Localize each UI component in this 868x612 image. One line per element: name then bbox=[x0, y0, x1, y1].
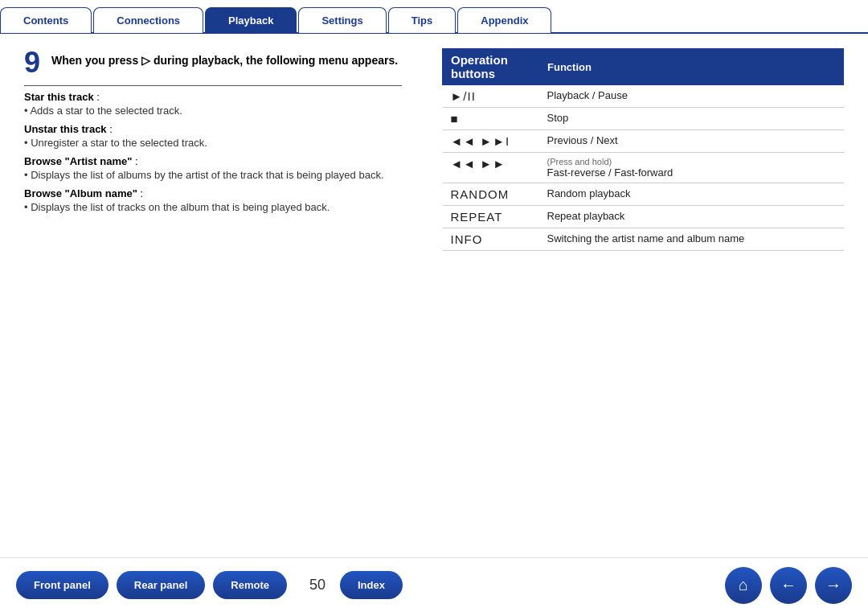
tab-tips[interactable]: Tips bbox=[388, 7, 457, 33]
top-nav: Contents Connections Playback Settings T… bbox=[0, 0, 868, 34]
operation-table: Operation buttons Function ►/IIPlayback … bbox=[442, 48, 844, 251]
table-row: ■Stop bbox=[443, 108, 844, 130]
item-title-unstar: Unstar this track bbox=[24, 123, 107, 135]
tab-settings[interactable]: Settings bbox=[298, 7, 386, 33]
button-cell: ◄◄ ►►I bbox=[443, 130, 539, 153]
table-row: RANDOMRandom playback bbox=[443, 183, 844, 206]
table-row: REPEATRepeat playback bbox=[443, 206, 844, 228]
function-cell: Previous / Next bbox=[539, 130, 844, 153]
button-cell: ►/II bbox=[443, 85, 539, 108]
rear-panel-button[interactable]: Rear panel bbox=[117, 571, 205, 599]
divider-1 bbox=[24, 85, 402, 86]
forward-button[interactable]: → bbox=[815, 567, 852, 604]
section-number: 9 bbox=[24, 48, 40, 77]
bottom-bar: Front panel Rear panel Remote 50 Index ⌂… bbox=[0, 557, 868, 612]
item-title-star: Star this track bbox=[24, 91, 94, 103]
front-panel-button[interactable]: Front panel bbox=[16, 571, 108, 599]
button-cell: REPEAT bbox=[443, 206, 539, 228]
col-header-button: Operation buttons bbox=[443, 49, 539, 85]
function-cell: Repeat playback bbox=[539, 206, 844, 228]
section-header: 9 When you press ▷ during playback, the … bbox=[24, 48, 402, 77]
home-button[interactable]: ⌂ bbox=[725, 567, 762, 604]
col-header-function: Function bbox=[539, 49, 844, 85]
list-item: Unstar this track : • Unregister a star … bbox=[24, 123, 402, 149]
item-body-album: • Displays the list of tracks on the alb… bbox=[24, 201, 402, 213]
function-cell: Random playback bbox=[539, 183, 844, 206]
button-cell: ◄◄ ►► bbox=[443, 153, 539, 183]
tab-connections[interactable]: Connections bbox=[93, 7, 203, 33]
tab-appendix[interactable]: Appendix bbox=[457, 7, 551, 33]
left-column: 9 When you press ▷ during playback, the … bbox=[24, 48, 418, 543]
function-cell: Playback / Pause bbox=[539, 85, 844, 108]
button-cell: INFO bbox=[443, 228, 539, 251]
function-cell: Stop bbox=[539, 108, 844, 130]
table-row: ◄◄ ►►(Press and hold)Fast-reverse / Fast… bbox=[443, 153, 844, 183]
main-content: 9 When you press ▷ during playback, the … bbox=[0, 34, 868, 543]
item-title-artist: Browse "Artist name" bbox=[24, 155, 132, 167]
table-row: ◄◄ ►►IPrevious / Next bbox=[443, 130, 844, 153]
item-body-star: • Adds a star to the selected track. bbox=[24, 105, 402, 117]
home-icon: ⌂ bbox=[739, 576, 748, 594]
remote-button[interactable]: Remote bbox=[213, 571, 287, 599]
list-item: Browse "Artist name" : • Displays the li… bbox=[24, 155, 402, 181]
tab-contents[interactable]: Contents bbox=[0, 7, 92, 33]
index-button[interactable]: Index bbox=[340, 571, 403, 599]
right-column: Operation buttons Function ►/IIPlayback … bbox=[442, 48, 844, 543]
item-title-album: Browse "Album name" bbox=[24, 187, 137, 199]
button-cell: ■ bbox=[443, 108, 539, 130]
list-item: Browse "Album name" : • Displays the lis… bbox=[24, 187, 402, 213]
forward-icon: → bbox=[825, 576, 841, 594]
function-cell: Switching the artist name and album name bbox=[539, 228, 844, 251]
button-cell: RANDOM bbox=[443, 183, 539, 206]
item-body-artist: • Displays the list of albums by the art… bbox=[24, 169, 402, 181]
tab-playback[interactable]: Playback bbox=[205, 7, 297, 33]
table-row: INFOSwitching the artist name and album … bbox=[443, 228, 844, 251]
page-number: 50 bbox=[309, 577, 326, 594]
item-body-unstar: • Unregister a star to the selected trac… bbox=[24, 137, 402, 149]
section-title: When you press ▷ during playback, the fo… bbox=[51, 48, 398, 69]
back-button[interactable]: ← bbox=[770, 567, 807, 604]
table-row: ►/IIPlayback / Pause bbox=[443, 85, 844, 108]
function-cell: (Press and hold)Fast-reverse / Fast-forw… bbox=[539, 153, 844, 183]
list-item: Star this track : • Adds a star to the s… bbox=[24, 91, 402, 117]
back-icon: ← bbox=[780, 576, 796, 594]
